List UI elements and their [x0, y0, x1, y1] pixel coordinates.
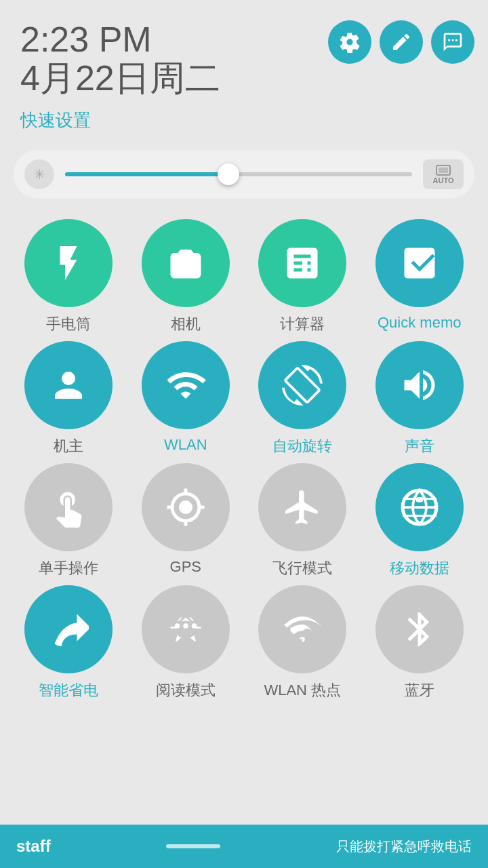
powersave-circle: [24, 585, 113, 673]
airplane-circle: [258, 463, 346, 551]
camera-circle: [142, 219, 230, 307]
auto-icon: [435, 164, 451, 176]
bluetooth-label: 蓝牙: [405, 680, 434, 701]
flashlight-label: 手电筒: [46, 314, 91, 334]
svg-point-8: [183, 624, 188, 629]
auto-brightness-button[interactable]: AUTO: [423, 159, 464, 189]
quick-toggles-grid: 手电筒相机计算器Quick memo机主WLAN自动旋转声音单手操作GPS飞行模…: [0, 212, 488, 707]
wlan-label: WLAN: [164, 436, 207, 454]
header-icons: [328, 20, 474, 64]
toggle-gps[interactable]: GPS: [131, 463, 241, 578]
flashlight-circle: [24, 219, 113, 307]
toggle-autorotate[interactable]: 自动旋转: [247, 341, 358, 456]
owner-circle: [24, 341, 113, 429]
date-display: 4月22日周二: [20, 59, 468, 98]
toggle-calculator[interactable]: 计算器: [247, 219, 358, 334]
toggle-onehand[interactable]: 单手操作: [14, 463, 124, 578]
gps-circle: [142, 463, 230, 551]
header: 2:23 PM 4月22日周二: [0, 0, 488, 104]
calculator-circle: [258, 219, 346, 307]
quickmemo-circle: [375, 219, 464, 307]
powersave-label: 智能省电: [39, 680, 98, 701]
svg-point-9: [192, 624, 197, 629]
toggle-hotspot[interactable]: WLAN 热点: [247, 585, 358, 701]
slider-thumb: [218, 163, 239, 185]
toggle-flashlight[interactable]: 手电筒: [14, 219, 124, 334]
autorotate-circle: [258, 341, 346, 429]
mobiledata-label: 移动数据: [390, 558, 449, 578]
svg-rect-6: [416, 497, 423, 502]
gear-icon: [339, 31, 361, 53]
auto-label: AUTO: [433, 176, 454, 184]
settings-button[interactable]: [328, 20, 371, 64]
brightness-low-icon: ✳: [24, 159, 54, 189]
svg-point-2: [62, 372, 75, 385]
home-indicator[interactable]: [166, 844, 220, 848]
owner-label: 机主: [54, 436, 83, 456]
toggle-camera[interactable]: 相机: [131, 219, 241, 334]
message-button[interactable]: [431, 20, 474, 64]
autorotate-label: 自动旋转: [272, 436, 332, 456]
svg-point-7: [175, 624, 180, 629]
onehand-label: 单手操作: [39, 558, 98, 578]
onehand-circle: [24, 463, 113, 551]
carrier-label: staff: [16, 837, 51, 856]
bluetooth-circle: [375, 585, 464, 673]
airplane-label: 飞行模式: [272, 558, 332, 578]
toggle-mobiledata[interactable]: 移动数据: [365, 463, 475, 578]
hotspot-circle: [258, 585, 346, 673]
toggle-readmode[interactable]: 阅读模式: [131, 585, 241, 701]
camera-label: 相机: [171, 314, 201, 334]
readmode-label: 阅读模式: [156, 680, 216, 701]
toggle-wlan[interactable]: WLAN: [131, 341, 241, 456]
brightness-control[interactable]: ✳ AUTO: [14, 150, 474, 199]
toggle-bluetooth[interactable]: 蓝牙: [365, 585, 475, 701]
edit-button[interactable]: [380, 20, 423, 64]
readmode-circle: [142, 585, 230, 673]
emergency-label: 只能拨打紧急呼救电话: [336, 837, 472, 856]
brightness-slider[interactable]: [65, 172, 412, 176]
sound-label: 声音: [405, 436, 434, 456]
quickmemo-label: Quick memo: [378, 314, 461, 332]
toggle-airplane[interactable]: 飞行模式: [247, 463, 358, 578]
toggle-quickmemo[interactable]: Quick memo: [365, 219, 475, 334]
mobiledata-circle: [375, 463, 464, 551]
quick-settings-label: 快速设置: [0, 104, 488, 143]
toggle-owner[interactable]: 机主: [14, 341, 124, 456]
gps-label: GPS: [170, 558, 201, 576]
wlan-circle: [142, 341, 230, 429]
toggle-powersave[interactable]: 智能省电: [14, 585, 124, 701]
bottom-bar: staff 只能拨打紧急呼救电话: [0, 825, 488, 868]
edit-icon: [390, 31, 412, 53]
slider-fill: [65, 172, 228, 176]
message-icon: [442, 31, 464, 53]
hotspot-label: WLAN 热点: [264, 680, 341, 701]
toggle-sound[interactable]: 声音: [365, 341, 475, 456]
svg-rect-1: [439, 167, 448, 173]
sound-circle: [375, 341, 464, 429]
calculator-label: 计算器: [280, 314, 325, 334]
